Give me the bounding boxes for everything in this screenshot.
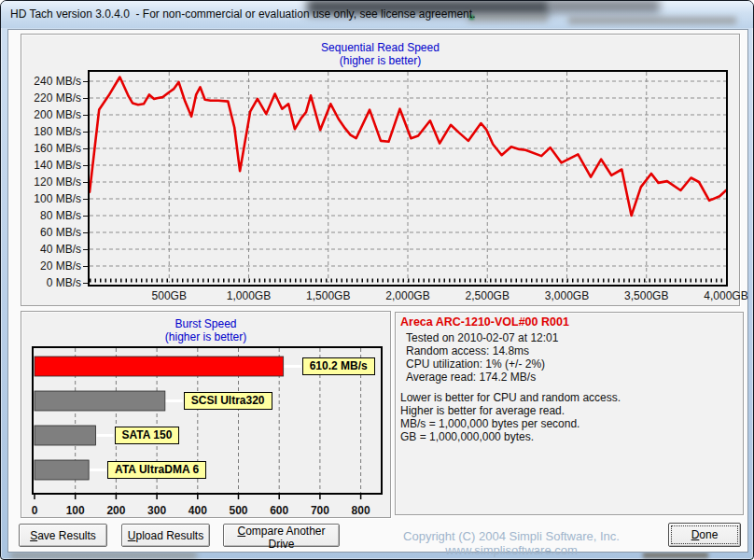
- drive-name: Areca ARC-1210-VOL#00 R001: [400, 315, 569, 329]
- burst-bar-3: [35, 460, 89, 480]
- client-area: Sequential Read Speed (higher is better)…: [7, 29, 748, 553]
- hd-tach-window: HD Tach version 3.0.4.0 - For non-commer…: [0, 0, 754, 560]
- x-tick-label: 3,500GB: [614, 289, 679, 302]
- y-tick-mark: [83, 266, 88, 267]
- compare-label: ompare Another Drive: [245, 525, 325, 551]
- burst-x-tick-label: 800: [341, 504, 382, 517]
- x-tick-label: 500GB: [136, 289, 202, 302]
- done-label: one: [699, 528, 718, 541]
- burst-x-tick-label: 100: [55, 504, 96, 517]
- glass-reflection: [550, 1, 660, 13]
- burst-bar-label: SCSI Ultra320: [184, 392, 272, 410]
- compare-another-drive-button[interactable]: Compare Another Drive: [223, 524, 340, 547]
- y-tick-label: 40 MB/s: [21, 243, 81, 256]
- y-tick-mark: [83, 232, 88, 233]
- sequential-read-plot: [88, 70, 728, 287]
- glass-reflection: [568, 17, 736, 24]
- note-gb-definition: GB = 1,000,000,000 bytes.: [400, 430, 534, 443]
- average-read-line: Average read: 174.2 MB/s: [406, 371, 536, 384]
- y-tick-mark: [83, 199, 88, 200]
- note-higher-better: Higher is better for average read.: [400, 404, 565, 417]
- y-tick-label: 240 MB/s: [21, 75, 81, 88]
- save-mnemonic: S: [30, 529, 37, 542]
- sequential-read-plot-svg: [88, 70, 728, 287]
- y-tick-mark: [83, 98, 88, 99]
- done-mnemonic: D: [691, 528, 700, 541]
- y-tick-label: 20 MB/s: [21, 259, 81, 273]
- y-tick-mark: [83, 182, 88, 183]
- y-tick-label: 100 MB/s: [21, 192, 81, 205]
- upload-results-button[interactable]: Upload Results: [121, 524, 210, 547]
- x-tick-label: 2,000GB: [375, 289, 440, 302]
- y-tick-mark: [83, 132, 88, 133]
- burst-x-tick-label: 400: [177, 504, 218, 517]
- y-tick-label: 60 MB/s: [21, 226, 81, 239]
- y-tick-label: 0 MB/s: [21, 276, 81, 289]
- sequential-chart-title: Sequential Read Speed: [21, 41, 739, 54]
- burst-x-tick-label: 600: [258, 504, 300, 517]
- burst-bar-label: SATA 150: [115, 427, 180, 444]
- y-tick-label: 180 MB/s: [21, 125, 81, 138]
- cpu-utilization-line: CPU utilization: 1% (+/- 2%): [406, 357, 545, 371]
- y-tick-label: 200 MB/s: [21, 108, 81, 121]
- x-tick-label: 3,000GB: [535, 289, 600, 302]
- upload-label: pload Results: [135, 529, 203, 542]
- note-lower-better: Lower is better for CPU and random acces…: [400, 391, 621, 404]
- drive-info-panel: Areca ARC-1210-VOL#00 R001 Tested on 201…: [395, 312, 744, 515]
- x-tick-label: 1,000GB: [216, 289, 282, 302]
- burst-x-tick-label: 500: [218, 504, 259, 517]
- y-tick-mark: [83, 216, 88, 217]
- y-tick-mark: [83, 283, 88, 284]
- y-tick-mark: [83, 165, 88, 166]
- burst-x-tick-label: 0: [14, 504, 55, 517]
- y-tick-label: 120 MB/s: [21, 175, 81, 189]
- burst-x-tick-label: 700: [300, 504, 341, 517]
- sequential-chart-subtitle: (higher is better): [21, 54, 739, 67]
- window-title: HD Tach version 3.0.4.0 - For non-commer…: [10, 7, 475, 21]
- burst-bar-2: [35, 426, 96, 445]
- done-button[interactable]: Done: [668, 523, 741, 547]
- y-tick-mark: [83, 81, 88, 82]
- y-tick-mark: [83, 115, 88, 116]
- y-tick-label: 160 MB/s: [21, 142, 81, 155]
- save-results-button[interactable]: Save Results: [19, 524, 107, 547]
- x-tick-label: 1,500GB: [296, 289, 361, 302]
- glass-reflection: [468, 14, 548, 22]
- y-tick-label: 140 MB/s: [21, 159, 81, 172]
- burst-bar-0: [35, 357, 284, 376]
- copyright-text: Copyright (C) 2004 Simpli Software, Inc.…: [359, 529, 663, 557]
- title-bar[interactable]: HD Tach version 3.0.4.0 - For non-commer…: [1, 1, 753, 28]
- burst-bar-label: ATA UltraDMA 6: [107, 461, 206, 479]
- y-tick-label: 80 MB/s: [21, 209, 81, 222]
- y-tick-mark: [83, 148, 88, 149]
- sequential-read-panel: Sequential Read Speed (higher is better)…: [21, 34, 740, 306]
- random-access-line: Random access: 14.8ms: [406, 344, 529, 357]
- x-tick-label: 2,500GB: [454, 289, 520, 302]
- x-tick-label: 4,000GB: [693, 289, 754, 302]
- burst-chart-title: Burst Speed: [21, 317, 390, 330]
- compare-mnemonic: C: [237, 525, 245, 538]
- save-label: ave Results: [37, 529, 96, 542]
- note-mbs-definition: MB/s = 1,000,000 bytes per second.: [400, 417, 579, 430]
- glass-reflection: [10, 553, 197, 558]
- burst-x-tick-label: 200: [95, 504, 136, 517]
- y-tick-label: 220 MB/s: [21, 91, 81, 105]
- burst-chart-subtitle: (higher is better): [21, 330, 390, 343]
- burst-x-tick-label: 300: [136, 504, 177, 517]
- burst-bar-label: 610.2 MB/s: [302, 357, 375, 375]
- burst-bar-1: [35, 391, 165, 411]
- tested-on-line: Tested on 2010-02-07 at 12:01: [406, 331, 558, 344]
- y-tick-mark: [83, 249, 88, 250]
- burst-speed-panel: Burst Speed (higher is better) 010020030…: [21, 311, 391, 518]
